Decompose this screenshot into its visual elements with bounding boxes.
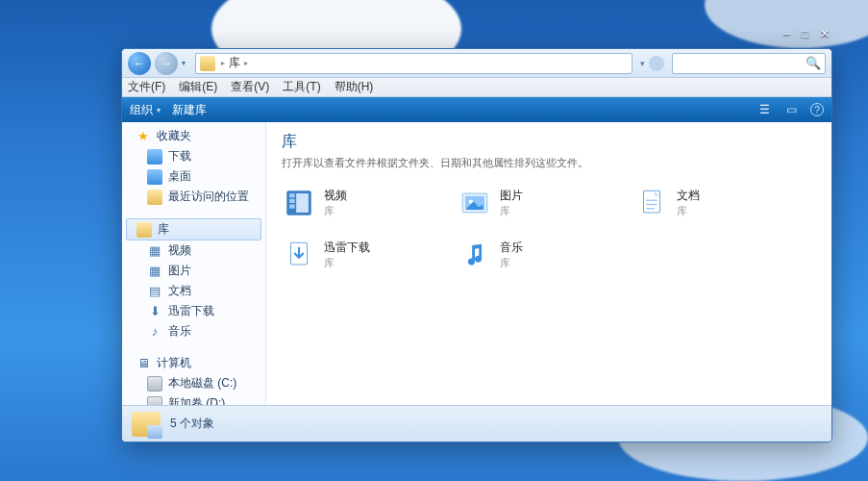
label: 最近访问的位置 [168, 189, 249, 205]
documents-icon: ▤ [147, 284, 162, 299]
sidebar-item-recent[interactable]: 最近访问的位置 [122, 187, 265, 207]
label: 图片 [168, 263, 191, 279]
label: 迅雷下载 [168, 303, 214, 319]
sublabel: 库 [324, 204, 347, 218]
new-library-button[interactable]: 新建库 [172, 102, 207, 118]
label: 新加卷 (D:) [168, 395, 225, 405]
desktop-task-buttons: – □ ✕ [783, 27, 830, 40]
sublabel: 库 [500, 256, 523, 270]
music-icon [458, 238, 492, 272]
sidebar-item-xunlei[interactable]: ⬇迅雷下载 [122, 301, 265, 321]
sublabel: 库 [500, 204, 523, 218]
label: 文档 [168, 283, 191, 299]
search-icon: 🔍 [806, 56, 821, 70]
label: 音乐 [500, 240, 523, 256]
sidebar-computer-label: 计算机 [157, 355, 191, 371]
pictures-icon [458, 186, 492, 220]
sidebar-computer[interactable]: 🖥 计算机 [122, 353, 265, 373]
back-icon: ← [134, 57, 145, 70]
xunlei-icon: ⬇ [147, 304, 162, 319]
library-item-music[interactable]: 音乐库 [458, 234, 633, 286]
page-title: 库 [282, 132, 816, 152]
status-bar: 5 个对象 [122, 405, 831, 442]
maximize-button[interactable]: □ [802, 27, 808, 40]
label: 下载 [168, 148, 191, 165]
library-folder-icon [132, 412, 161, 437]
sidebar-favorites[interactable]: ★ 收藏夹 [122, 126, 265, 146]
label: 图片 [500, 188, 523, 204]
sidebar-item-desktop[interactable]: 桌面 [122, 166, 265, 187]
label: 本地磁盘 (C:) [168, 375, 236, 392]
view-options-button[interactable]: ☰ [756, 102, 772, 117]
forward-icon: → [161, 57, 172, 70]
svg-rect-1 [289, 193, 295, 197]
libraries-icon [136, 222, 152, 238]
preview-pane-button[interactable]: ▭ [783, 102, 799, 117]
content-pane: 库 打开库以查看文件并根据文件夹、日期和其他属性排列这些文件。 视频库 图片库 [266, 122, 831, 405]
libraries-icon [200, 56, 215, 71]
library-item-documents[interactable]: 文档库 [634, 182, 810, 234]
status-count: 5 个对象 [170, 416, 214, 432]
menu-bar: 文件(F) 编辑(E) 查看(V) 工具(T) 帮助(H) [122, 78, 831, 97]
sidebar-item-drive-d[interactable]: 新加卷 (D:) [122, 393, 265, 405]
breadcrumb-node-library[interactable]: 库 [229, 55, 240, 71]
command-bar: 组织 ▾ 新建库 ☰ ▭ ? [122, 97, 831, 122]
svg-rect-4 [296, 193, 309, 213]
search-input[interactable]: 🔍 [672, 53, 826, 74]
page-description: 打开库以查看文件并根据文件夹、日期和其他属性排列这些文件。 [282, 156, 816, 170]
dropdown-icon[interactable]: ▾ [640, 59, 645, 68]
xunlei-icon [282, 238, 316, 272]
close-button[interactable]: ✕ [820, 27, 830, 40]
music-icon: ♪ [147, 324, 162, 340]
back-button[interactable]: ← [128, 52, 151, 75]
breadcrumb[interactable]: ▸ 库 ▸ [195, 53, 632, 74]
label: 音乐 [168, 323, 191, 340]
menu-view[interactable]: 查看(V) [231, 79, 269, 95]
label: 文档 [677, 188, 700, 204]
sidebar-libraries[interactable]: 库 [126, 218, 261, 240]
menu-help[interactable]: 帮助(H) [335, 79, 374, 95]
library-item-pictures[interactable]: 图片库 [458, 182, 633, 234]
star-icon: ★ [136, 129, 151, 144]
sidebar-item-downloads[interactable]: 下载 [122, 146, 265, 166]
navigation-pane: ★ 收藏夹 下载 桌面 最近访问的位置 库 ▦视频 ▦图片 ▤文档 ⬇迅雷下载 … [122, 122, 266, 405]
svg-rect-2 [289, 199, 295, 203]
sidebar-item-documents[interactable]: ▤文档 [122, 281, 265, 301]
address-bar-right: ▾ [640, 56, 664, 71]
history-dropdown[interactable]: ▾ [182, 59, 191, 67]
menu-file[interactable]: 文件(F) [128, 79, 165, 95]
refresh-icon[interactable] [649, 56, 664, 71]
label: 迅雷下载 [324, 240, 370, 256]
sidebar-item-pictures[interactable]: ▦图片 [122, 261, 265, 281]
organize-label: 组织 [130, 102, 153, 118]
menu-edit[interactable]: 编辑(E) [179, 79, 217, 95]
sublabel: 库 [324, 256, 370, 270]
recent-icon [147, 190, 162, 205]
library-item-video[interactable]: 视频库 [282, 182, 458, 234]
help-button[interactable]: ? [810, 103, 824, 116]
address-bar-row: ← → ▾ ▸ 库 ▸ ▾ 🔍 [122, 49, 831, 78]
dropdown-icon: ▾ [157, 106, 161, 114]
sidebar-item-drive-c[interactable]: 本地磁盘 (C:) [122, 373, 265, 393]
computer-icon: 🖥 [136, 356, 151, 371]
label: 视频 [168, 242, 191, 259]
downloads-icon [147, 149, 162, 165]
sidebar-libraries-label: 库 [158, 221, 169, 238]
sidebar-favorites-label: 收藏夹 [157, 128, 191, 144]
minimize-button[interactable]: – [783, 27, 790, 40]
sidebar-item-video[interactable]: ▦视频 [122, 240, 265, 261]
pictures-icon: ▦ [147, 264, 162, 279]
documents-icon [634, 186, 669, 220]
label: 桌面 [168, 168, 191, 185]
menu-tools[interactable]: 工具(T) [283, 79, 320, 95]
drive-icon [147, 396, 162, 406]
chevron-right-icon: ▸ [221, 59, 225, 67]
organize-menu[interactable]: 组织 ▾ [130, 102, 161, 118]
library-item-xunlei[interactable]: 迅雷下载库 [282, 234, 458, 286]
label: 视频 [324, 188, 347, 204]
explorer-window: ← → ▾ ▸ 库 ▸ ▾ 🔍 文件(F) 编辑(E) 查看(V) 工具(T) … [121, 48, 832, 443]
video-icon: ▦ [147, 243, 162, 259]
forward-button[interactable]: → [155, 52, 178, 75]
video-icon [282, 186, 316, 220]
sidebar-item-music[interactable]: ♪音乐 [122, 321, 265, 342]
